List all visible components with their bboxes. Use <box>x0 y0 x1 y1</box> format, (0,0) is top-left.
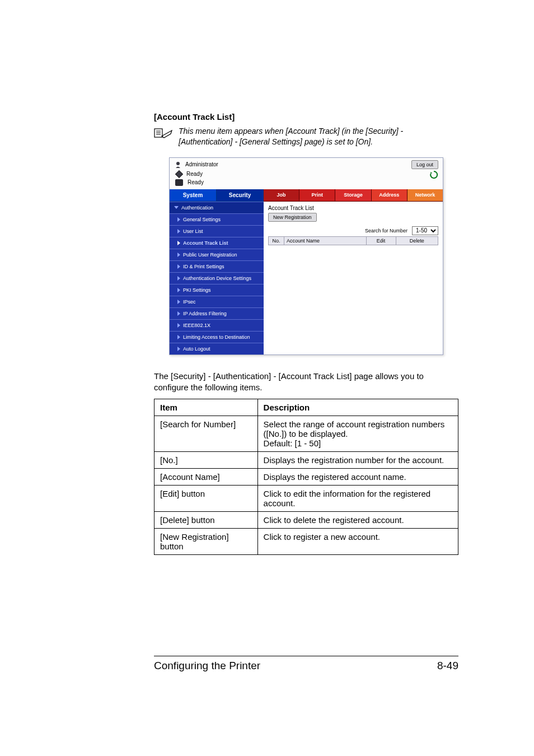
description-table: Item Description [Search for Number] Sel… <box>154 399 458 555</box>
sidebar-item-ip-address-filtering[interactable]: IP Address Filtering <box>170 307 264 319</box>
triangle-right-icon <box>177 300 180 304</box>
account-table: No. Account Name Edit Delete <box>268 236 438 245</box>
table-row: [New Registration] button Click to regis… <box>154 529 458 555</box>
table-row: [Delete] button Click to delete the regi… <box>154 512 458 529</box>
triangle-right-icon <box>177 347 180 351</box>
triangle-right-icon <box>177 241 180 245</box>
top-ribbon: Job Print Storage Address Network <box>264 189 443 202</box>
footer-left: Configuring the Printer <box>154 660 260 672</box>
svg-point-4 <box>176 162 180 165</box>
footer-right: 8-49 <box>437 660 458 672</box>
sidebar-item-limiting-access[interactable]: Limiting Access to Destination <box>170 331 264 343</box>
th-edit: Edit <box>366 236 396 245</box>
th-item: Item <box>154 399 258 416</box>
search-label: Search for Number <box>365 228 407 234</box>
ribbon-storage[interactable]: Storage <box>335 189 371 202</box>
triangle-right-icon <box>177 311 180 316</box>
user-icon <box>175 161 183 168</box>
th-description: Description <box>257 399 458 416</box>
sidebar-item-auto-logout[interactable]: Auto Logout <box>170 343 264 354</box>
table-row: [Account Name] Displays the registered a… <box>154 469 458 486</box>
sidebar-item-auth-device-settings[interactable]: Authentication Device Settings <box>170 272 264 284</box>
triangle-right-icon <box>177 276 180 281</box>
status-line-2: Ready <box>188 179 204 186</box>
new-registration-button[interactable]: New Registration <box>268 213 317 222</box>
pane-title: Account Track List <box>268 205 438 211</box>
status-printer-icon <box>175 179 183 186</box>
ribbon-address[interactable]: Address <box>372 189 407 202</box>
ribbon-network[interactable]: Network <box>407 189 443 202</box>
chevron-down-icon <box>174 206 179 209</box>
note-icon <box>154 127 173 139</box>
triangle-right-icon <box>177 253 180 257</box>
note-text: This menu item appears when [Account Tra… <box>179 126 458 147</box>
status-line-1: Ready <box>186 171 203 178</box>
status-diamond-icon <box>175 170 183 178</box>
refresh-icon[interactable] <box>429 170 438 179</box>
section-title: [Account Track List] <box>154 112 458 122</box>
intro-text: The [Security] - [Authentication] - [Acc… <box>154 371 458 394</box>
th-no: No. <box>269 236 284 245</box>
sidebar-item-ipsec[interactable]: IPsec <box>170 296 264 307</box>
sidebar-item-ieee8021x[interactable]: IEEE802.1X <box>170 319 264 331</box>
sidebar-item-pki-settings[interactable]: PKI Settings <box>170 284 264 296</box>
triangle-right-icon <box>177 335 180 339</box>
table-row: [Edit] button Click to edit the informat… <box>154 486 458 512</box>
triangle-right-icon <box>177 217 180 222</box>
tab-security[interactable]: Security <box>217 189 264 202</box>
embedded-screenshot: Administrator Log out Ready Ready <box>169 157 443 355</box>
th-name: Account Name <box>284 236 367 245</box>
logout-button[interactable]: Log out <box>411 160 438 169</box>
ribbon-job[interactable]: Job <box>264 189 299 202</box>
table-row: [Search for Number] Select the range of … <box>154 416 458 452</box>
sidebar: Authentication General Settings User Lis… <box>170 202 264 354</box>
triangle-right-icon <box>177 323 180 328</box>
triangle-right-icon <box>177 288 180 292</box>
tab-system[interactable]: System <box>170 189 217 202</box>
user-label: Administrator <box>185 161 218 167</box>
ribbon-print[interactable]: Print <box>299 189 335 202</box>
triangle-right-icon <box>177 264 180 269</box>
sidebar-item-general-settings[interactable]: General Settings <box>170 213 264 225</box>
triangle-right-icon <box>177 229 180 234</box>
th-delete: Delete <box>396 236 438 245</box>
sidebar-item-id-print-settings[interactable]: ID & Print Settings <box>170 260 264 272</box>
search-number-select[interactable]: 1-50 <box>412 226 438 235</box>
sidebar-item-user-list[interactable]: User List <box>170 225 264 237</box>
sidebar-item-account-track-list[interactable]: Account Track List <box>170 237 264 249</box>
sidebar-item-public-user-registration[interactable]: Public User Registration <box>170 249 264 260</box>
sidebar-heading-authentication[interactable]: Authentication <box>170 202 264 213</box>
table-row: [No.] Displays the registration number f… <box>154 452 458 469</box>
